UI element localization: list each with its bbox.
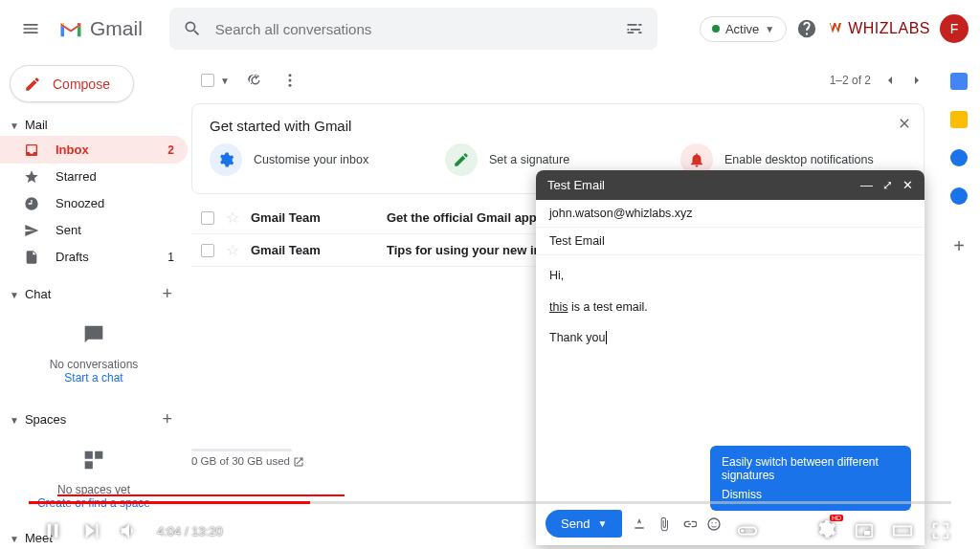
start-chat-link[interactable]: Start a chat [0, 371, 188, 384]
volume-button[interactable] [119, 520, 140, 541]
compose-header[interactable]: Test Email — ⤢ ✕ [536, 170, 924, 200]
video-progress-bar[interactable] [29, 501, 951, 504]
gs-customise-inbox[interactable]: Customise your inbox [210, 143, 435, 176]
search-icon [183, 19, 202, 38]
search-options-icon[interactable] [625, 19, 644, 38]
sidebar-item-snoozed[interactable]: Snoozed [0, 190, 188, 217]
add-ons-button[interactable]: + [953, 235, 965, 257]
select-dropdown[interactable]: ▼ [220, 76, 230, 86]
refresh-button[interactable] [247, 72, 264, 89]
video-controls-overlay: 4:04 / 13:20 CC HD [0, 501, 980, 549]
open-in-new-icon[interactable] [293, 456, 304, 468]
page-next-button[interactable] [909, 73, 924, 88]
svg-rect-7 [740, 529, 744, 533]
calendar-icon[interactable] [950, 73, 968, 90]
svg-point-1 [288, 79, 291, 82]
autoplay-toggle[interactable] [737, 520, 758, 541]
spaces-section-header[interactable]: ▼Spaces+ [0, 406, 188, 433]
hamburger-icon [21, 19, 40, 38]
mail-section-header[interactable]: ▼Mail [0, 114, 188, 136]
captions-button[interactable]: CC [775, 524, 798, 538]
sidebar-item-drafts[interactable]: Drafts1 [0, 244, 188, 271]
email-subject: Get the official Gmail app [387, 210, 537, 225]
gmail-m-icon [57, 18, 84, 39]
sent-icon [24, 223, 39, 238]
close-compose-button[interactable]: ✕ [902, 178, 913, 192]
svg-rect-9 [864, 531, 870, 536]
status-dot-icon [712, 25, 720, 33]
compose-button[interactable]: Compose [10, 65, 134, 102]
more-menu-button[interactable] [281, 72, 299, 89]
star-toggle[interactable]: ☆ [226, 241, 239, 259]
gear-icon [217, 151, 234, 168]
inbox-label: Inbox [56, 143, 89, 157]
pause-button[interactable] [42, 520, 63, 541]
drafts-icon [24, 250, 39, 265]
chat-empty-state: No conversations Start a chat [0, 308, 188, 398]
minimise-button[interactable]: — [860, 178, 873, 192]
settings-button[interactable]: HD [815, 518, 836, 543]
pen-icon [453, 151, 470, 168]
star-toggle[interactable]: ☆ [226, 209, 239, 227]
status-label: Active [725, 22, 759, 36]
page-prev-button[interactable] [882, 73, 898, 88]
compose-title: Test Email [547, 178, 605, 192]
miniplayer-button[interactable] [854, 520, 875, 541]
app-name-label: Gmail [90, 17, 143, 40]
chat-bubble-icon [80, 321, 107, 348]
search-input[interactable] [215, 21, 612, 37]
whizlabs-brand: WHIZLABS [827, 20, 930, 37]
help-icon[interactable] [796, 18, 817, 39]
next-button[interactable] [80, 520, 101, 541]
new-chat-button[interactable]: + [162, 284, 172, 304]
row-checkbox[interactable] [201, 211, 214, 225]
clock-icon [24, 196, 39, 211]
row-checkbox[interactable] [201, 244, 214, 257]
main-layout: Compose ▼Mail Inbox 2 Starred Snoozed Se… [0, 57, 980, 549]
theatre-mode-button[interactable] [892, 520, 913, 541]
select-all-checkbox[interactable] [201, 74, 214, 87]
sidebar-item-sent[interactable]: Sent [0, 217, 188, 244]
spaces-grid-icon [80, 447, 107, 473]
pager-label: 1–2 of 2 [830, 74, 871, 87]
compose-label: Compose [53, 77, 110, 92]
star-icon [24, 169, 39, 185]
email-sender: Gmail Team [251, 210, 375, 225]
contacts-icon[interactable] [950, 187, 968, 205]
content-pane: ▼ 1–2 of 2 Get started with Gmail Custom… [188, 57, 938, 549]
right-side-panel: + [938, 57, 980, 549]
inbox-icon [24, 143, 39, 158]
account-avatar[interactable]: F [940, 14, 969, 43]
svg-rect-10 [894, 526, 911, 535]
gmail-logo[interactable]: Gmail [57, 17, 162, 40]
inbox-count: 2 [167, 143, 174, 157]
status-chip[interactable]: Active ▼ [700, 16, 787, 42]
svg-point-2 [288, 84, 291, 87]
main-menu-button[interactable] [11, 10, 50, 48]
get-started-title: Get started with Gmail [210, 118, 906, 134]
fullscreen-button[interactable] [930, 520, 951, 541]
bell-icon [688, 151, 705, 168]
sidebar: Compose ▼Mail Inbox 2 Starred Snoozed Se… [0, 57, 188, 549]
new-space-button[interactable]: + [162, 409, 172, 429]
chat-section-header[interactable]: ▼Chat+ [0, 280, 188, 308]
keep-icon[interactable] [950, 111, 968, 128]
sidebar-item-starred[interactable]: Starred [0, 164, 188, 190]
compose-to-field[interactable]: john.watson@whizlabs.xyz [536, 200, 924, 228]
mail-toolbar: ▼ 1–2 of 2 [191, 61, 924, 99]
email-sender: Gmail Team [251, 243, 375, 257]
compose-subject-field[interactable]: Test Email [536, 228, 924, 255]
tasks-icon[interactable] [950, 149, 968, 166]
video-time-label: 4:04 / 13:20 [157, 524, 223, 538]
search-bar[interactable] [169, 8, 657, 50]
compose-pencil-icon [24, 76, 41, 93]
sidebar-item-inbox[interactable]: Inbox 2 [0, 136, 188, 163]
compose-window: Test Email — ⤢ ✕ john.watson@whizlabs.xy… [536, 170, 924, 545]
header-right-area: Active ▼ WHIZLABS F [700, 14, 969, 43]
whizlabs-logo-icon [827, 20, 844, 37]
pager: 1–2 of 2 [830, 73, 924, 88]
dismiss-tip-button[interactable]: Dismiss [722, 488, 900, 501]
close-icon[interactable] [897, 116, 912, 131]
svg-point-0 [288, 74, 291, 77]
fullscreen-button[interactable]: ⤢ [882, 178, 893, 192]
